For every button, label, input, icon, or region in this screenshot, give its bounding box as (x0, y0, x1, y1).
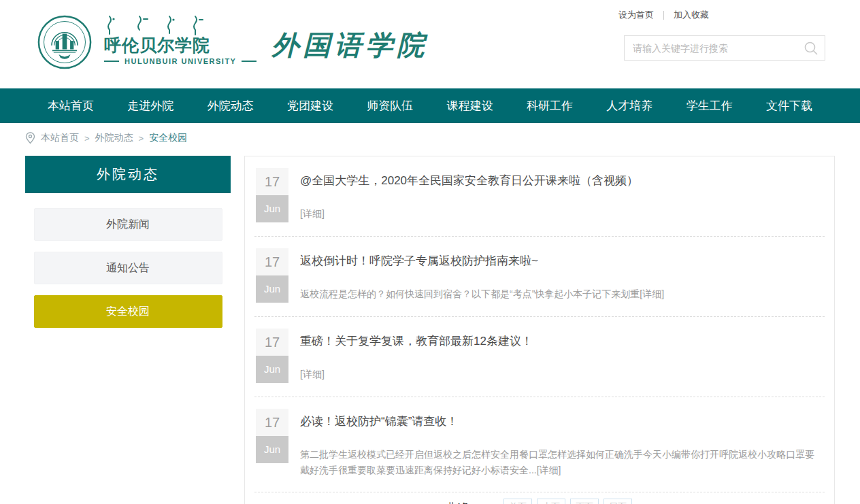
nav-item-news[interactable]: 外院动态 (202, 88, 259, 123)
nav-item-downloads[interactable]: 文件下载 (761, 88, 818, 123)
pagination-last-button[interactable]: 尾页 (603, 499, 632, 504)
news-summary[interactable]: [详细] (300, 206, 823, 222)
date-month: Jun (256, 195, 288, 222)
news-title-link[interactable]: 重磅！关于复学复课，教育部最新12条建议！ (300, 334, 823, 349)
breadcrumb-separator: > (139, 133, 144, 144)
news-item: 17 Jun 返校倒计时！呼院学子专属返校防护指南来啦~ 返校流程是怎样的？如何… (254, 237, 825, 317)
pagination: 共4条 1/1 首页 上页 下页 尾页 (254, 492, 825, 504)
nav-item-about[interactable]: 走进外院 (122, 88, 179, 123)
dash-left (104, 61, 119, 62)
pagination-prev-button[interactable]: 上页 (537, 499, 565, 504)
breadcrumb-home[interactable]: 本站首页 (41, 132, 79, 144)
news-title-link[interactable]: 返校倒计时！呼院学子专属返校防护指南来啦~ (300, 254, 823, 269)
college-name: 外国语学院 (271, 17, 428, 64)
university-name-cn: 呼伦贝尔学院 (104, 35, 257, 55)
main-nav: 本站首页 走进外院 外院动态 党团建设 师资队伍 课程建设 科研工作 人才培养 … (0, 88, 860, 123)
nav-item-home[interactable]: 本站首页 (42, 88, 99, 123)
news-title-link[interactable]: 必读！返校防护“锦囊”请查收！ (300, 414, 823, 429)
date-badge: 17 Jun (256, 409, 288, 478)
nav-item-research[interactable]: 科研工作 (521, 88, 578, 123)
date-day: 17 (256, 248, 288, 275)
location-pin-icon (25, 132, 35, 144)
search-button[interactable] (797, 36, 825, 60)
date-day: 17 (256, 409, 288, 436)
breadcrumb-current[interactable]: 安全校园 (149, 132, 187, 144)
news-item: 17 Jun 必读！返校防护“锦囊”请查收！ 第二批学生返校模式已经开启但返校之… (254, 397, 825, 492)
sidebar-item-notices[interactable]: 通知公告 (34, 252, 222, 284)
date-badge: 17 Jun (256, 329, 288, 383)
content-area: 外院动态 外院新闻 通知公告 安全校园 17 Jun @全国大学生，2020年全… (25, 156, 835, 504)
sidebar: 外院动态 外院新闻 通知公告 安全校园 (25, 156, 231, 328)
breadcrumb-separator: > (84, 133, 90, 144)
news-item: 17 Jun 重磅！关于复学复课，教育部最新12条建议！ [详细] (254, 317, 825, 397)
date-month: Jun (256, 275, 288, 303)
nav-item-students[interactable]: 学生工作 (681, 88, 738, 123)
links-divider (663, 11, 664, 20)
date-month: Jun (256, 436, 288, 463)
news-summary[interactable]: 返校流程是怎样的？如何快速回到宿舍？以下都是“考点”快拿起小本子记下来划重[详细… (300, 286, 823, 302)
pagination-first-button[interactable]: 首页 (503, 499, 532, 504)
search-icon (804, 41, 818, 56)
sidebar-title: 外院动态 (25, 156, 231, 193)
search-box (624, 35, 825, 61)
university-name-en: HULUNBUIR UNIVERSITY (104, 57, 257, 65)
date-badge: 17 Jun (256, 168, 288, 222)
search-input[interactable] (625, 43, 797, 54)
pagination-next-button[interactable]: 下页 (570, 499, 599, 504)
university-seal-icon (37, 15, 92, 69)
mongolian-script-icon (104, 15, 206, 35)
date-month: Jun (256, 356, 288, 383)
sidebar-item-safe-campus[interactable]: 安全校园 (34, 295, 222, 328)
nav-item-party[interactable]: 党团建设 (282, 88, 339, 123)
set-home-link[interactable]: 设为首页 (618, 9, 654, 21)
news-body: @全国大学生，2020年全民国家安全教育日公开课来啦（含视频） [详细] (300, 168, 823, 222)
top-links: 设为首页 加入收藏 (618, 9, 709, 21)
breadcrumb-news[interactable]: 外院动态 (95, 132, 133, 144)
sidebar-item-college-news[interactable]: 外院新闻 (34, 208, 222, 241)
news-item: 17 Jun @全国大学生，2020年全民国家安全教育日公开课来啦（含视频） [… (254, 156, 825, 237)
add-favorite-link[interactable]: 加入收藏 (674, 9, 709, 21)
pagination-total: 共4条 (447, 501, 469, 504)
nav-item-talent[interactable]: 人才培养 (601, 88, 658, 123)
news-body: 重磅！关于复学复课，教育部最新12条建议！ [详细] (300, 329, 823, 383)
page-header: 呼伦贝尔学院 HULUNBUIR UNIVERSITY 外国语学院 设为首页 加… (0, 0, 860, 88)
news-body: 返校倒计时！呼院学子专属返校防护指南来啦~ 返校流程是怎样的？如何快速回到宿舍？… (300, 248, 823, 303)
date-day: 17 (256, 168, 288, 195)
nav-item-faculty[interactable]: 师资队伍 (361, 88, 418, 123)
breadcrumb: 本站首页 > 外院动态 > 安全校园 (25, 123, 835, 153)
date-day: 17 (256, 329, 288, 356)
news-body: 必读！返校防护“锦囊”请查收！ 第二批学生返校模式已经开启但返校之后怎样安全用餐… (300, 409, 823, 478)
news-summary[interactable]: [详细] (300, 367, 823, 382)
site-logo[interactable]: 呼伦贝尔学院 HULUNBUIR UNIVERSITY 外国语学院 (37, 11, 428, 69)
news-list-panel: 17 Jun @全国大学生，2020年全民国家安全教育日公开课来啦（含视频） [… (244, 156, 835, 504)
date-badge: 17 Jun (256, 248, 288, 303)
dash-right (242, 61, 257, 62)
news-summary[interactable]: 第二批学生返校模式已经开启但返校之后怎样安全用餐口罩怎样选择如何正确洗手今天小编… (300, 447, 823, 478)
pagination-buttons: 首页 上页 下页 尾页 (503, 499, 632, 504)
nav-item-courses[interactable]: 课程建设 (442, 88, 499, 123)
news-title-link[interactable]: @全国大学生，2020年全民国家安全教育日公开课来啦（含视频） (300, 173, 823, 188)
